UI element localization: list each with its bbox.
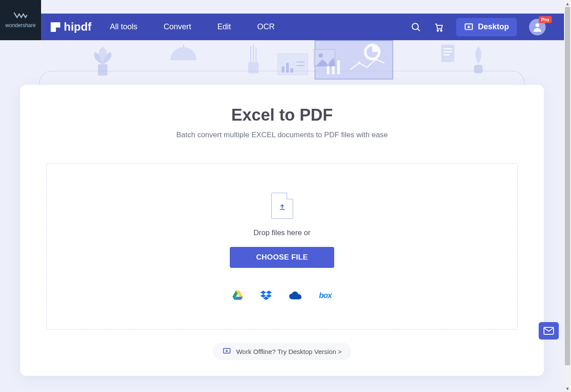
desktop-button[interactable]: Desktop	[456, 18, 517, 36]
drop-hint-text: Drop files here or	[253, 229, 310, 237]
svg-point-3	[440, 30, 442, 31]
upload-file-icon	[271, 193, 293, 219]
box-label: box	[319, 291, 332, 300]
svg-point-22	[374, 58, 377, 61]
svg-rect-13	[286, 63, 289, 73]
svg-line-1	[418, 29, 420, 31]
lamp-icon	[166, 45, 201, 62]
svg-rect-24	[441, 45, 454, 62]
box-icon[interactable]: box	[319, 291, 332, 300]
nav-convert[interactable]: Convert	[164, 22, 191, 31]
cart-icon[interactable]	[433, 22, 444, 32]
svg-point-0	[412, 23, 418, 29]
picture-icon	[314, 49, 336, 66]
svg-rect-20	[337, 60, 340, 74]
small-chart-icon	[277, 53, 308, 75]
page-subtitle: Batch convert multiple EXCEL documents t…	[46, 131, 518, 139]
svg-rect-28	[474, 65, 483, 73]
hipdf-text: hipdf	[64, 20, 92, 34]
hipdf-logo[interactable]: hipdf	[51, 20, 92, 34]
svg-rect-25	[443, 48, 452, 49]
nav-ocr[interactable]: OCR	[257, 22, 275, 31]
user-avatar-wrap: Pro	[529, 19, 546, 35]
hero-illustration	[0, 40, 564, 88]
nav-edit[interactable]: Edit	[218, 22, 231, 31]
plant-icon	[87, 42, 118, 77]
svg-rect-12	[282, 66, 284, 73]
download-icon	[464, 22, 474, 32]
search-icon[interactable]	[411, 22, 421, 32]
mail-icon	[543, 327, 554, 335]
cloud-source-row: box	[232, 291, 332, 300]
document-icon	[441, 45, 454, 62]
hipdf-mark-icon	[51, 22, 60, 32]
download-desktop-icon	[222, 347, 231, 356]
top-navbar: wondershare hipdf All tools Convert Edit…	[0, 14, 564, 40]
nav-all-tools[interactable]: All tools	[110, 22, 138, 31]
offline-desktop-link[interactable]: Work Offline? Try Desktop Version >	[213, 343, 352, 360]
desktop-label: Desktop	[478, 22, 509, 31]
svg-point-5	[536, 23, 540, 27]
main-card: Excel to PDF Batch convert multiple EXCE…	[20, 85, 544, 376]
dropbox-icon[interactable]	[260, 291, 272, 300]
onedrive-icon[interactable]	[289, 291, 301, 299]
svg-rect-14	[291, 68, 293, 73]
svg-point-21	[358, 62, 360, 64]
file-dropzone[interactable]: Drop files here or CHOOSE FILE box	[46, 163, 518, 330]
wondershare-logo[interactable]: wondershare	[0, 0, 41, 40]
contact-mail-button[interactable]	[539, 322, 559, 340]
quill-icon	[470, 45, 487, 75]
svg-rect-6	[98, 64, 107, 76]
google-drive-icon[interactable]	[232, 291, 243, 300]
page-title: Excel to PDF	[46, 106, 518, 125]
wondershare-icon	[14, 12, 28, 20]
svg-point-23	[318, 53, 323, 58]
pencil-cup-icon	[245, 45, 262, 75]
choose-file-button[interactable]: CHOOSE FILE	[230, 247, 334, 268]
svg-point-2	[437, 30, 438, 31]
pro-badge: Pro	[539, 16, 552, 23]
offline-text: Work Offline? Try Desktop Version >	[236, 348, 342, 355]
svg-rect-26	[443, 51, 452, 52]
svg-rect-27	[443, 54, 450, 56]
wondershare-text: wondershare	[5, 22, 35, 28]
svg-rect-10	[248, 62, 259, 73]
